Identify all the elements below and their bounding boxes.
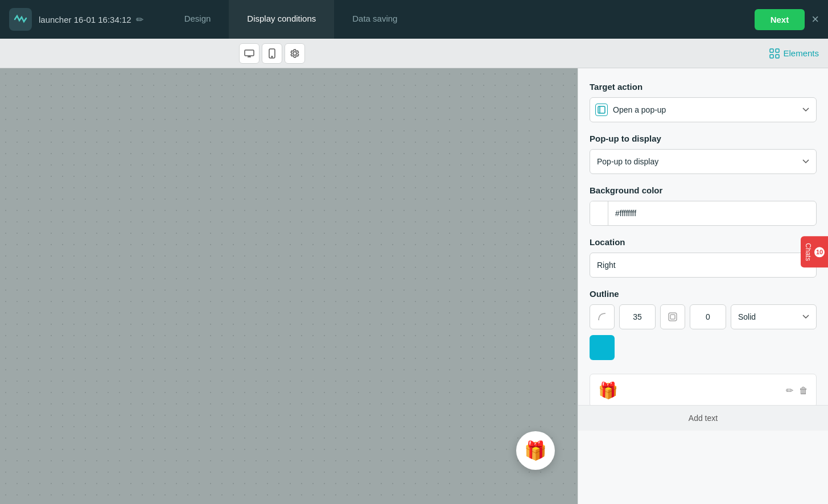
- edit-element-button[interactable]: ✏: [786, 385, 793, 396]
- chat-badge: 10: [814, 247, 825, 257]
- target-action-label: Target action: [590, 82, 817, 92]
- outline-color-row: [590, 335, 817, 362]
- edit-icon[interactable]: ✏: [136, 14, 143, 25]
- launcher-widget[interactable]: 🎁: [516, 431, 555, 470]
- svg-rect-12: [670, 315, 675, 319]
- svg-rect-8: [776, 55, 779, 58]
- popup-icon: [595, 104, 608, 116]
- outline-color-button[interactable]: [590, 335, 615, 360]
- tab-design[interactable]: Design: [166, 0, 229, 39]
- outline-section: Outline 35 0 Solid: [590, 289, 817, 362]
- chat-side-button[interactable]: 10 Chats: [801, 236, 828, 267]
- background-color-value[interactable]: #ffffffff: [608, 209, 816, 218]
- outline-width-value[interactable]: 0: [690, 304, 726, 329]
- background-color-input-row: #ffffffff: [590, 201, 817, 226]
- border-radius-icon-box: [590, 304, 615, 329]
- mobile-view-button[interactable]: [262, 43, 282, 64]
- location-dropdown[interactable]: Right Left Center: [590, 253, 817, 278]
- canvas: 🎁: [0, 68, 578, 504]
- svg-rect-0: [245, 50, 254, 56]
- target-action-section: Target action Open a pop-up: [590, 82, 817, 122]
- add-text-button[interactable]: Add text: [578, 405, 828, 431]
- desktop-view-button[interactable]: [239, 43, 259, 64]
- toolbar: Elements: [0, 39, 828, 68]
- project-title: launcher 16-01 16:34:12: [39, 15, 131, 24]
- background-color-section: Background color #ffffffff: [590, 185, 817, 226]
- svg-rect-5: [770, 49, 773, 52]
- delete-element-button[interactable]: 🗑: [799, 385, 808, 396]
- svg-rect-6: [776, 49, 779, 52]
- target-action-select-wrapper: Open a pop-up: [590, 97, 817, 122]
- top-nav: launcher 16-01 16:34:12 ✏ Design Display…: [0, 0, 828, 39]
- next-button[interactable]: Next: [755, 9, 805, 30]
- svg-rect-9: [598, 106, 605, 113]
- element-action-buttons: ✏ 🗑: [786, 385, 808, 396]
- element-emoji: 🎁: [598, 381, 618, 400]
- main-layout: 🎁 Target action Open a pop-up Pop-up: [0, 68, 828, 504]
- elements-label: Elements: [783, 48, 819, 58]
- outline-style-dropdown[interactable]: Solid Dashed Dotted: [731, 304, 817, 329]
- location-section: Location Right Left Center: [590, 237, 817, 278]
- svg-point-4: [271, 56, 273, 57]
- nav-tabs: Design Display conditions Data saving: [166, 0, 755, 39]
- view-toggle-group: [239, 43, 305, 64]
- element-item: 🎁 ✏ 🗑: [590, 374, 817, 407]
- close-button[interactable]: ×: [811, 12, 819, 27]
- outline-label: Outline: [590, 289, 817, 299]
- tab-display-conditions[interactable]: Display conditions: [229, 0, 334, 39]
- background-color-swatch[interactable]: [590, 201, 608, 225]
- border-width-icon-box: [660, 304, 685, 329]
- tab-data-saving[interactable]: Data saving: [334, 0, 415, 39]
- outline-controls-row: 35 0 Solid Dashed Dotted: [590, 304, 817, 329]
- background-color-label: Background color: [590, 185, 817, 195]
- chat-label: Chats: [804, 243, 812, 261]
- logo: [9, 8, 32, 31]
- side-panel: Target action Open a pop-up Pop-up to di…: [578, 68, 828, 504]
- svg-rect-7: [770, 55, 773, 58]
- popup-display-section: Pop-up to display Pop-up to display: [590, 134, 817, 174]
- location-label: Location: [590, 237, 817, 247]
- outline-radius-value[interactable]: 35: [619, 304, 656, 329]
- target-action-dropdown[interactable]: Open a pop-up: [590, 97, 817, 122]
- svg-rect-11: [669, 313, 677, 321]
- popup-display-label: Pop-up to display: [590, 134, 817, 143]
- elements-button[interactable]: Elements: [769, 48, 819, 59]
- settings-button[interactable]: [285, 43, 305, 64]
- popup-display-dropdown[interactable]: Pop-up to display: [590, 149, 817, 174]
- nav-actions: Next ×: [755, 9, 819, 30]
